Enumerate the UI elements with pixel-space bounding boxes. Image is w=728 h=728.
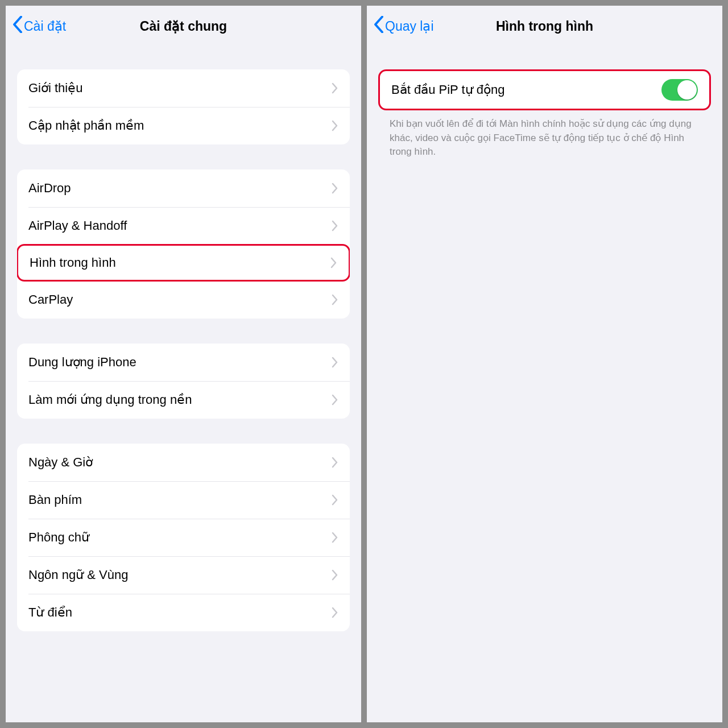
settings-group: Dung lượng iPhoneLàm mới ứng dụng trong … (17, 344, 350, 419)
settings-list: Giới thiệuCập nhật phần mềmAirDropAirPla… (6, 47, 361, 722)
settings-row[interactable]: CarPlay (17, 281, 350, 318)
row-label: Làm mới ứng dụng trong nền (28, 392, 332, 407)
footer-description: Khi bạn vuốt lên để đi tới Màn hình chín… (378, 110, 711, 159)
back-button[interactable]: Cài đặt (13, 16, 66, 36)
toggle-knob (677, 80, 697, 100)
row-label: Bắt đầu PiP tự động (391, 82, 661, 97)
row-label: CarPlay (28, 292, 332, 307)
row-label: Từ điển (28, 605, 332, 620)
chevron-right-icon (332, 294, 338, 305)
back-label: Quay lại (385, 19, 434, 34)
row-label: Giới thiệu (28, 81, 332, 96)
row-label: Hình trong hình (30, 255, 330, 270)
settings-row[interactable]: Ngày & Giờ (17, 444, 350, 481)
navbar: Quay lại Hình trong hình (367, 6, 722, 47)
row-label: Bàn phím (28, 493, 332, 507)
settings-row[interactable]: Ngôn ngữ & Vùng (17, 556, 350, 594)
settings-row[interactable]: Hình trong hình (17, 244, 350, 282)
chevron-right-icon (332, 82, 338, 94)
settings-list: Bắt đầu PiP tự động Khi bạn vuốt lên để … (367, 47, 722, 722)
settings-row[interactable]: AirDrop (17, 169, 350, 207)
settings-row[interactable]: Làm mới ứng dụng trong nền (17, 381, 350, 419)
settings-row[interactable]: AirPlay & Handoff (17, 207, 350, 245)
chevron-right-icon (332, 457, 338, 468)
chevron-left-icon (13, 16, 24, 36)
chevron-right-icon (332, 569, 338, 581)
chevron-right-icon (332, 532, 338, 543)
settings-row[interactable]: Cập nhật phần mềm (17, 107, 350, 144)
settings-group: Bắt đầu PiP tự động (378, 69, 711, 110)
settings-group: Ngày & GiờBàn phímPhông chữNgôn ngữ & Vù… (17, 444, 350, 631)
row-label: Ngày & Giờ (28, 455, 332, 470)
settings-row[interactable]: Dung lượng iPhone (17, 344, 350, 381)
chevron-right-icon (332, 394, 338, 406)
chevron-right-icon (332, 357, 338, 368)
chevron-right-icon (332, 607, 338, 618)
chevron-right-icon (332, 183, 338, 194)
general-settings-screen: Cài đặt Cài đặt chung Giới thiệuCập nhật… (6, 6, 361, 722)
pip-settings-screen: Quay lại Hình trong hình Bắt đầu PiP tự … (367, 6, 722, 722)
row-label: AirPlay & Handoff (28, 218, 332, 233)
settings-group: AirDropAirPlay & HandoffHình trong hìnhC… (17, 169, 350, 318)
row-label: Phông chữ (28, 530, 332, 545)
row-label: AirDrop (28, 181, 332, 196)
row-label: Cập nhật phần mềm (28, 118, 332, 133)
navbar: Cài đặt Cài đặt chung (6, 6, 361, 47)
back-button[interactable]: Quay lại (374, 16, 434, 36)
settings-row[interactable]: Bàn phím (17, 481, 350, 519)
chevron-right-icon (332, 220, 338, 231)
auto-pip-row: Bắt đầu PiP tự động (380, 71, 709, 109)
chevron-right-icon (330, 257, 337, 268)
auto-pip-toggle[interactable] (661, 79, 698, 101)
chevron-right-icon (332, 494, 338, 506)
settings-row[interactable]: Phông chữ (17, 519, 350, 556)
chevron-right-icon (332, 120, 338, 131)
row-label: Dung lượng iPhone (28, 355, 332, 370)
settings-row[interactable]: Giới thiệu (17, 69, 350, 107)
chevron-left-icon (374, 16, 385, 36)
row-label: Ngôn ngữ & Vùng (28, 568, 332, 582)
back-label: Cài đặt (24, 19, 66, 34)
settings-group: Giới thiệuCập nhật phần mềm (17, 69, 350, 144)
settings-row[interactable]: Từ điển (17, 594, 350, 631)
